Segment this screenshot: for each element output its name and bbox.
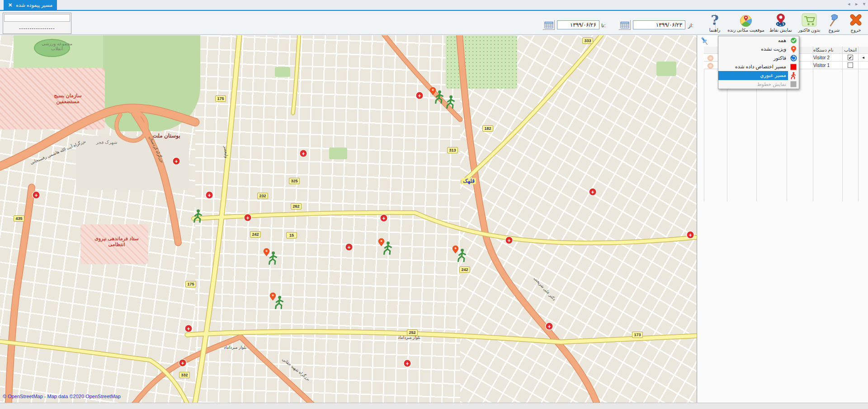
row-status-circle <box>708 55 713 61</box>
without-invoice-button[interactable]: بدون فاکتور <box>795 12 824 34</box>
toolbar: ----------------- ۱۳۹۹/۰۶/۲۶ تا: ۱۳۹۹/۰۶… <box>0 11 868 35</box>
tab-scroll-right-icon[interactable]: ► <box>854 2 859 6</box>
visitor-person-marker[interactable] <box>382 241 394 255</box>
blue-flag-icon <box>827 13 841 27</box>
menu-item-transit-route[interactable]: مسیر عبوري <box>718 71 799 80</box>
green-check-icon <box>788 37 799 44</box>
unvisited-point-marker[interactable]: + <box>185 325 192 332</box>
menu-item-invoice[interactable]: فاکتور <box>718 54 799 62</box>
unvisited-point-marker[interactable]: + <box>381 215 387 222</box>
road-number-badge: 15 <box>286 232 297 238</box>
visitor1-checkbox[interactable] <box>848 62 853 68</box>
from-date-input[interactable]: ۱۳۹۹/۰۶/۲۳ <box>633 20 685 29</box>
shopping-cart-icon <box>802 13 817 27</box>
from-date-calendar-button[interactable] <box>618 20 631 30</box>
unvisited-point-marker[interactable]: + <box>179 360 186 366</box>
unvisited-point-marker[interactable]: + <box>506 237 513 244</box>
filter-input[interactable] <box>4 14 70 22</box>
filter-placeholder-dashes: ----------------- <box>3 25 71 31</box>
unvisited-point-marker[interactable]: + <box>590 189 596 195</box>
tab-scroll-controls: ◄ ► ▼ <box>847 2 866 6</box>
status-strip <box>0 403 868 409</box>
road-number-badge: 242 <box>459 266 470 273</box>
orange-pin-icon <box>269 292 276 303</box>
globe-pin-icon <box>739 13 753 27</box>
visitor-person-marker[interactable] <box>434 90 445 104</box>
select-column-header[interactable]: انتخاب <box>842 47 858 53</box>
visitor-person-marker[interactable] <box>274 295 285 309</box>
unvisited-point-marker[interactable]: + <box>404 360 411 367</box>
to-date-label: تا: <box>601 23 605 29</box>
menu-item-assigned-route[interactable]: مسیر اختصاص داده شده <box>718 62 799 71</box>
map-label: قلهک <box>462 178 476 184</box>
unvisited-point-marker[interactable]: + <box>300 150 307 157</box>
unvisited-point-marker[interactable]: + <box>687 232 694 238</box>
road-number-badge: 242 <box>250 231 261 238</box>
help-button[interactable]: ? راهنما <box>704 12 725 34</box>
visitor2-checkbox[interactable]: ✔ <box>848 55 853 60</box>
location-pin-icon <box>774 13 788 27</box>
to-date-input[interactable]: ۱۳۹۹/۰۶/۲۶ <box>557 20 599 29</box>
orange-pin-icon <box>452 245 459 256</box>
unvisited-point-marker[interactable]: + <box>546 323 553 330</box>
device-filter-box[interactable]: ----------------- <box>3 13 71 34</box>
map-label: بوستان ملت <box>152 133 180 139</box>
road-number-badge: 173 <box>632 332 643 338</box>
unvisited-point-marker[interactable]: + <box>173 158 180 165</box>
road-number-badge: 313 <box>447 147 458 153</box>
tab-title: مسیر پیموده شده <box>16 2 52 8</box>
visitor-person-marker[interactable] <box>192 209 204 223</box>
road-number-badge: 175 <box>215 95 226 102</box>
menu-item-all[interactable]: همه <box>718 36 799 45</box>
road-number-badge: 333 <box>582 38 593 44</box>
menu-item-not-visited[interactable]: ویزیت نشده <box>718 45 799 53</box>
orange-pin-icon <box>263 248 270 258</box>
toolbar-buttons: ? راهنما موقعیت مکانی زنده <box>704 12 867 34</box>
show-points-button[interactable]: نمایش نقاط <box>767 12 795 34</box>
map-canvas[interactable]: بوستان ملتسازمان بسیج مستضعفینستاد فرمان… <box>0 35 697 403</box>
help-question-icon: ? <box>711 14 719 27</box>
orange-pin-icon <box>429 87 436 97</box>
unvisited-point-marker[interactable]: + <box>346 244 353 251</box>
map-label: شهرک فجر <box>86 140 127 145</box>
map-label: ستاد فرماندهی نیروی انتظامی <box>92 236 142 247</box>
orange-x-icon <box>849 13 863 27</box>
device-panel: انتخاب نام دستگاه ◄ ✔ Visitor 2 Visitor … <box>698 35 868 403</box>
device-column-header[interactable]: نام دستگاه <box>813 47 842 53</box>
marker-filter-menu: همه ویزیت نشده فاکتور مسیر اختصاص داده ش… <box>718 36 799 89</box>
map-attribution: © OpenStreetMap - Map data ©2020 OpenStr… <box>3 394 121 399</box>
tab-bar: ✕ مسیر پیموده شده ◄ ► ▼ <box>0 0 868 10</box>
major-roads-layer <box>0 35 697 403</box>
road-number-badge: 332 <box>179 372 190 378</box>
calendar-icon <box>544 21 553 29</box>
map-label: مجموعه ورزشی انقلاب <box>37 41 77 51</box>
red-person-icon <box>788 72 799 79</box>
tab-list-dropdown-icon[interactable]: ▼ <box>862 2 866 6</box>
tab-scroll-left-icon[interactable]: ◄ <box>847 2 851 6</box>
visitor-person-marker[interactable] <box>456 248 468 262</box>
unvisited-point-marker[interactable]: + <box>416 92 423 99</box>
walking-person-icon <box>192 209 204 223</box>
visitor-person-marker[interactable] <box>445 95 457 109</box>
device-name[interactable]: Visitor 1 <box>813 62 842 69</box>
from-date-label: از: <box>688 23 693 29</box>
orange-pin-icon <box>378 238 385 248</box>
unvisited-point-marker[interactable]: + <box>245 214 251 221</box>
menu-item-show-lines[interactable]: نمایش خطوط <box>718 80 799 89</box>
map-label: بلوار میرداماد <box>224 345 246 350</box>
road-number-badge: 182 <box>482 125 493 132</box>
unvisited-point-marker[interactable]: + <box>33 192 40 199</box>
pushpin-icon <box>699 36 709 47</box>
device-name[interactable]: Visitor 2 <box>813 54 842 61</box>
tab-traveled-route[interactable]: ✕ مسیر پیموده شده <box>4 0 57 10</box>
start-button[interactable]: شروع <box>824 12 844 34</box>
orange-pin-icon <box>788 46 799 53</box>
exit-button[interactable]: خروج <box>844 12 867 34</box>
to-date-calendar-button[interactable] <box>542 20 555 30</box>
visitor-person-marker[interactable] <box>267 251 279 265</box>
live-location-button[interactable]: موقعیت مکانی زنده <box>725 12 767 34</box>
tab-close-icon[interactable]: ✕ <box>8 2 12 8</box>
app-window: ✕ مسیر پیموده شده ◄ ► ▼ ----------------… <box>0 0 868 409</box>
road-number-badge: 175 <box>185 281 196 287</box>
unvisited-point-marker[interactable]: + <box>206 192 213 199</box>
